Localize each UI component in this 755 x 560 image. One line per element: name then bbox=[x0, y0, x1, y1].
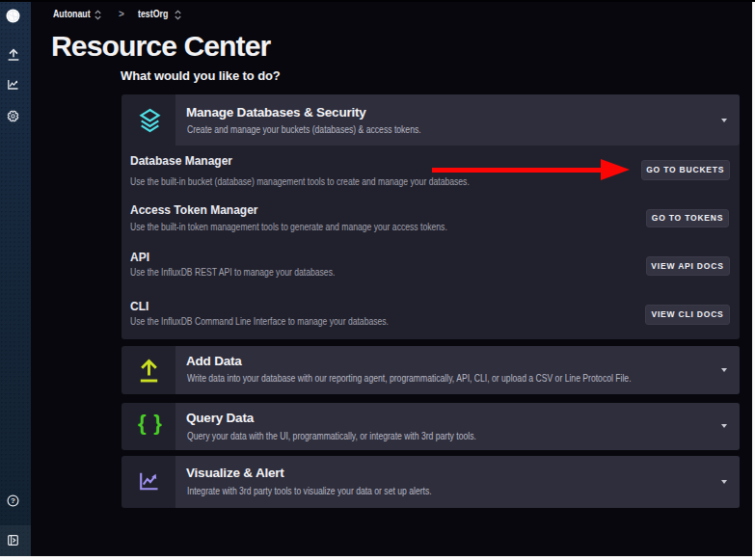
svg-text:?: ? bbox=[11, 497, 15, 506]
